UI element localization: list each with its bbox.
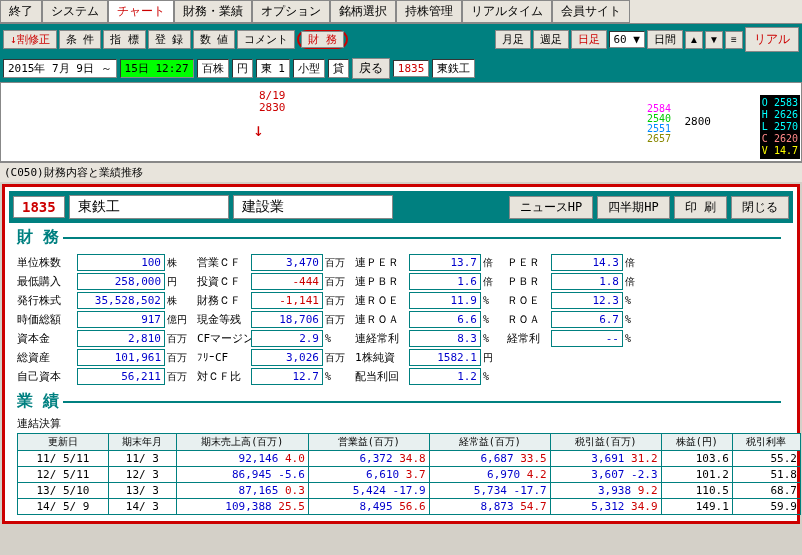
lbl-cons-roe: 連ＲＯＥ xyxy=(355,293,407,308)
ohlc-box: O 2583 H 2626 L 2570 C 2620 V 14.7 xyxy=(760,95,800,159)
table-row: 12/ 5/1112/ 386,945 -5.66,610 3.76,970 4… xyxy=(18,467,801,483)
tab-system[interactable]: システム xyxy=(42,0,108,23)
table-row: 11/ 5/1111/ 392,146 4.06,372 34.86,687 3… xyxy=(18,451,801,467)
val-fcf: 3,026 xyxy=(251,349,323,366)
size-field: 小型 xyxy=(293,59,325,78)
quarter-button[interactable]: 四半期HP xyxy=(597,196,669,219)
val-roa: 6.7 xyxy=(551,311,623,328)
results-table: 更新日期末年月期末売上高(百万)営業益(百万)経常益(百万)税引益(百万)株益(… xyxy=(17,433,801,515)
tab-member[interactable]: 会員サイト xyxy=(552,0,630,23)
lbl-unit-shares: 単位株数 xyxy=(17,255,75,270)
col-header: 更新日 xyxy=(18,434,109,451)
val-inv-cf: -444 xyxy=(251,273,323,290)
val-mktcap: 917 xyxy=(77,311,165,328)
tab-hold[interactable]: 持株管理 xyxy=(396,0,462,23)
print-button[interactable]: 印 刷 xyxy=(674,196,727,219)
up-button[interactable]: ▲ xyxy=(685,31,703,49)
toolbar: ↓割修正 条 件 指 標 登 録 数 値 コメント 財 務 月足 週足 日足 6… xyxy=(0,24,802,55)
panel-title: (C050)財務内容と業績推移 xyxy=(0,162,802,182)
val-cons-pbr: 1.6 xyxy=(409,273,481,290)
menu-button[interactable]: ≡ xyxy=(725,31,743,49)
stock-code: 1835 xyxy=(13,196,65,218)
lbl-divyield: 配当利回 xyxy=(355,369,407,384)
lbl-roe: ＲＯＥ xyxy=(507,293,549,308)
close-button[interactable]: 閉じる xyxy=(731,196,789,219)
news-button[interactable]: ニュースHP xyxy=(509,196,593,219)
tab-chart[interactable]: チャート xyxy=(108,0,174,23)
tab-realtime[interactable]: リアルタイム xyxy=(462,0,552,23)
register-button[interactable]: 登 録 xyxy=(148,30,191,49)
val-cfratio: 12.7 xyxy=(251,368,323,385)
finance-button[interactable]: 財 務 xyxy=(301,31,344,48)
val-total-asset: 101,961 xyxy=(77,349,165,366)
split-adjust-button[interactable]: ↓割修正 xyxy=(3,30,57,49)
chart-canvas[interactable]: 8/19 2830 ↓ 2584 2540 2551 2657 2800 xyxy=(0,82,802,162)
col-header: 期末年月 xyxy=(108,434,176,451)
down-button[interactable]: ▼ xyxy=(705,31,723,49)
market-field: 東 1 xyxy=(256,59,290,78)
finance-header: 1835 東鉄工 建設業 ニュースHP 四半期HP 印 刷 閉じる xyxy=(9,191,793,223)
condition-button[interactable]: 条 件 xyxy=(59,30,102,49)
lbl-cfratio: 対ＣＦ比 xyxy=(197,369,249,384)
name-field: 東鉄工 xyxy=(432,59,475,78)
val-per: 14.3 xyxy=(551,254,623,271)
tab-end[interactable]: 終了 xyxy=(0,0,42,23)
chart-p4: 2657 xyxy=(647,133,671,144)
indicator-button[interactable]: 指 標 xyxy=(103,30,146,49)
lbl-issued: 発行株式 xyxy=(17,293,75,308)
unit-field: 百株 xyxy=(197,59,229,78)
lbl-capital: 資本金 xyxy=(17,331,75,346)
sector: 建設業 xyxy=(233,195,393,219)
code-field: 1835 xyxy=(393,60,430,77)
val-equity: 56,211 xyxy=(77,368,165,385)
yen-field: 円 xyxy=(232,59,253,78)
col-header: 営業益(百万) xyxy=(308,434,429,451)
real-button[interactable]: リアル xyxy=(745,27,799,52)
val-ord: -- xyxy=(551,330,623,347)
lbl-cons-per: 連ＰＥＲ xyxy=(355,255,407,270)
lbl-fcf: ﾌﾘｰCF xyxy=(197,351,249,364)
date-field: 2015年 7月 9日 ～ xyxy=(3,59,117,78)
lbl-min-buy: 最低購入 xyxy=(17,274,75,289)
chart-price-label: 2830 xyxy=(259,101,286,114)
finance-panel: 1835 東鉄工 建設業 ニュースHP 四半期HP 印 刷 閉じる 財 務 単位… xyxy=(2,184,800,524)
stock-name: 東鉄工 xyxy=(69,195,229,219)
val-cons-per: 13.7 xyxy=(409,254,481,271)
val-cons-roa: 6.6 xyxy=(409,311,481,328)
lbl-equity: 自己資本 xyxy=(17,369,75,384)
tab-select[interactable]: 銘柄選択 xyxy=(330,0,396,23)
tab-finance[interactable]: 財務・業績 xyxy=(174,0,252,23)
lbl-cons-pbr: 連ＰＢＲ xyxy=(355,274,407,289)
val-cash: 18,706 xyxy=(251,311,323,328)
val-unit-shares: 100 xyxy=(77,254,165,271)
day-button[interactable]: 日足 xyxy=(571,30,607,49)
val-capital: 2,810 xyxy=(77,330,165,347)
lbl-cfmargin: CFマージン xyxy=(197,331,249,346)
lbl-bps: 1株純資 xyxy=(355,350,407,365)
val-issued: 35,528,502 xyxy=(77,292,165,309)
consolidated-label: 連結決算 xyxy=(9,416,793,431)
section-finance-title: 財 務 xyxy=(9,223,793,252)
comment-button[interactable]: コメント xyxy=(237,30,295,49)
week-button[interactable]: 週足 xyxy=(533,30,569,49)
col-header: 税引益(百万) xyxy=(550,434,661,451)
finance-grid: 単位株数100株 営業ＣＦ3,470百万 連ＰＥＲ13.7倍 ＰＥＲ14.3倍 … xyxy=(9,252,793,387)
number-button[interactable]: 数 値 xyxy=(193,30,236,49)
val-cfmargin: 2.9 xyxy=(251,330,323,347)
lbl-total-asset: 総資産 xyxy=(17,350,75,365)
lend-field: 貸 xyxy=(328,59,349,78)
col-header: 税引利率 xyxy=(732,434,800,451)
month-button[interactable]: 月足 xyxy=(495,30,531,49)
period-select[interactable]: 60 ▼ xyxy=(609,31,646,48)
col-header: 期末売上高(百万) xyxy=(176,434,308,451)
lbl-op-cf: 営業ＣＦ xyxy=(197,255,249,270)
val-pbr: 1.8 xyxy=(551,273,623,290)
tab-option[interactable]: オプション xyxy=(252,0,330,23)
back-button[interactable]: 戻る xyxy=(352,58,390,79)
lbl-inv-cf: 投資ＣＦ xyxy=(197,274,249,289)
finance-button-highlight: 財 務 xyxy=(297,30,348,49)
val-fin-cf: -1,141 xyxy=(251,292,323,309)
lbl-cons-roa: 連ＲＯＡ xyxy=(355,312,407,327)
lbl-mktcap: 時価総額 xyxy=(17,312,75,327)
val-roe: 12.3 xyxy=(551,292,623,309)
